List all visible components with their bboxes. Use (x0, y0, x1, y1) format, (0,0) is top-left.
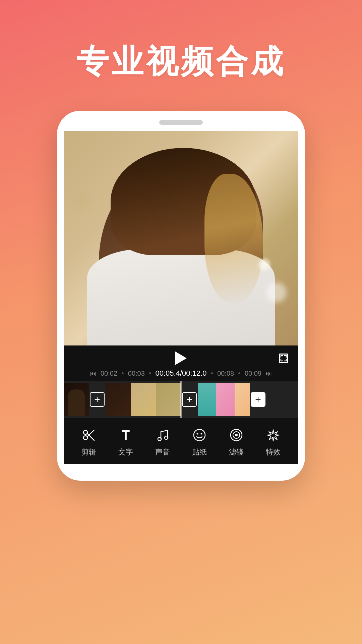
thumb-6 (216, 383, 235, 416)
scissors-icon (80, 426, 98, 444)
timeline-skip-forward-icon[interactable]: ⏭ (265, 370, 272, 377)
svg-line-2 (87, 433, 95, 441)
tool-text[interactable]: T 文字 (117, 426, 134, 457)
svg-point-7 (197, 433, 198, 435)
timeline-mark-3: 00:08 (217, 370, 234, 377)
timeline-dot-2: • (149, 369, 152, 378)
svg-point-6 (194, 429, 205, 441)
thumb-5 (198, 383, 216, 416)
music-icon (154, 426, 171, 444)
thumb-4 (156, 383, 181, 416)
svg-point-1 (83, 436, 87, 440)
timeline-cursor (181, 381, 182, 418)
svg-point-8 (201, 433, 202, 435)
video-time-display: 00:05.4/00:12.0 (156, 369, 207, 378)
thumbnail-strip[interactable]: + + + (64, 381, 298, 418)
bokeh-3 (75, 195, 89, 209)
text-icon: T (117, 426, 134, 444)
add-clip-btn-1[interactable]: + (90, 392, 105, 407)
timeline-mark-1: 00:02 (101, 370, 117, 377)
add-clip-btn-3[interactable]: + (251, 392, 265, 407)
tool-audio-label: 声音 (155, 447, 170, 457)
filter-icon (228, 426, 245, 444)
thumb-2 (106, 383, 131, 416)
phone-notch (159, 120, 203, 125)
timeline-row: ⏮ 00:02 • 00:03 • 00:05.4/00:12.0 • 00:0… (70, 369, 292, 378)
svg-line-3 (87, 430, 95, 437)
play-row (70, 352, 292, 365)
tool-cut-label: 剪辑 (81, 447, 96, 457)
bottom-toolbar: 剪辑 T 文字 声音 (64, 418, 298, 464)
timeline-skip-back-icon[interactable]: ⏮ (90, 370, 97, 377)
tool-audio[interactable]: 声音 (154, 426, 171, 457)
fullscreen-button[interactable] (279, 354, 288, 363)
thumb-1 (64, 383, 89, 416)
tool-effect-label: 特效 (266, 447, 281, 457)
video-controls: ⏮ 00:02 • 00:03 • 00:05.4/00:12.0 • 00:0… (64, 345, 298, 381)
thumb-7 (235, 383, 250, 416)
bokeh-2 (258, 259, 270, 270)
tool-cut[interactable]: 剪辑 (80, 426, 98, 457)
svg-point-11 (235, 434, 238, 436)
video-preview[interactable] (64, 131, 298, 345)
page-headline: 专业视频合成 (76, 40, 286, 84)
tool-filter[interactable]: 滤镜 (228, 426, 245, 457)
effect-icon (264, 426, 282, 444)
sticker-icon (191, 426, 208, 444)
timeline-mark-2: 00:03 (128, 370, 145, 377)
tool-sticker[interactable]: 贴纸 (191, 426, 208, 457)
timeline-dot-1: • (121, 369, 124, 378)
thumb-3 (131, 383, 156, 416)
timeline-dot-3: • (210, 369, 213, 378)
tool-filter-label: 滤镜 (229, 447, 244, 457)
tool-effect[interactable]: 特效 (264, 426, 282, 457)
tool-sticker-label: 贴纸 (192, 447, 207, 457)
timeline-mark-4: 00:09 (245, 370, 261, 377)
phone-mockup: ⏮ 00:02 • 00:03 • 00:05.4/00:12.0 • 00:0… (57, 111, 305, 481)
bokeh-1 (266, 282, 287, 303)
add-clip-btn-2[interactable]: + (182, 392, 197, 407)
timeline-dot-4: • (238, 369, 241, 378)
tool-text-label: 文字 (118, 447, 133, 457)
play-button[interactable] (175, 352, 187, 365)
svg-point-0 (83, 430, 87, 434)
